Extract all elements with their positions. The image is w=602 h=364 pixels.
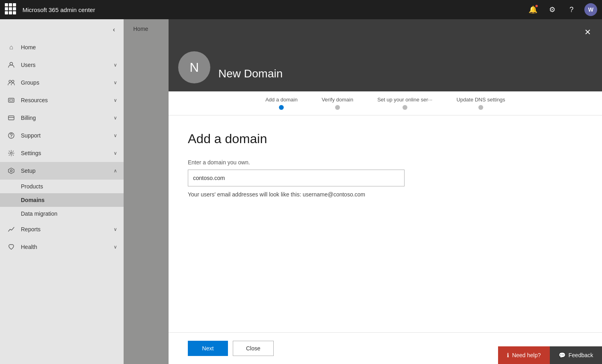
reports-icon — [6, 224, 16, 234]
svg-point-2 — [12, 80, 14, 83]
stepper-step-update-dns[interactable]: Update DNS settings — [456, 97, 505, 110]
stepper-dot-setup-online — [403, 105, 407, 110]
sidebar-item-home[interactable]: ⌂ Home — [0, 38, 124, 56]
help-icon[interactable]: ? — [565, 3, 578, 16]
sidebar: ‹ ⌂ Home Users ∨ Groups ∨ — [0, 19, 124, 364]
stepper-step-setup-online[interactable]: Set up your online ser··· — [377, 97, 432, 110]
main-layout: ‹ ⌂ Home Users ∨ Groups ∨ — [0, 19, 602, 364]
setup-icon — [6, 166, 16, 176]
sidebar-sub-item-domains[interactable]: Domains — [0, 193, 124, 207]
sidebar-item-setup[interactable]: Setup ∧ — [0, 162, 124, 180]
sidebar-collapse-button[interactable]: ‹ — [108, 24, 120, 35]
need-help-button[interactable]: ℹ Need help? — [498, 346, 550, 364]
need-help-icon: ℹ — [507, 352, 509, 358]
modal-body: Add a domain Enter a domain you own. You… — [169, 115, 602, 332]
groups-icon — [6, 78, 16, 87]
svg-point-1 — [9, 80, 11, 83]
modal-avatar: N — [178, 51, 210, 83]
avatar[interactable]: W — [584, 3, 597, 16]
settings-icon[interactable]: ⚙ — [546, 3, 559, 16]
notification-icon[interactable]: 🔔 — [527, 3, 539, 16]
sidebar-item-health[interactable]: Health ∨ — [0, 238, 124, 256]
billing-chevron-icon: ∨ — [114, 115, 117, 121]
sidebar-item-reports[interactable]: Reports ∨ — [0, 220, 124, 238]
settings-chevron-icon: ∨ — [114, 150, 117, 156]
content-area: Home ✕ N New Domain Add a domain — [124, 19, 602, 364]
waffle-icon[interactable] — [5, 3, 18, 16]
home-icon: ⌂ — [6, 42, 16, 52]
groups-chevron-icon: ∨ — [114, 80, 117, 85]
sidebar-sub-item-products[interactable]: Products — [0, 180, 124, 193]
users-chevron-icon: ∨ — [114, 62, 117, 68]
feedback-icon: 💬 — [559, 352, 565, 358]
stepper: Add a domain Verify domain Set up your o… — [169, 91, 602, 115]
setup-chevron-icon: ∧ — [114, 168, 117, 174]
modal-header: ✕ N New Domain — [169, 19, 602, 91]
svg-rect-3 — [8, 98, 14, 102]
billing-icon — [6, 113, 16, 123]
svg-rect-5 — [8, 116, 14, 120]
resources-icon — [6, 95, 16, 105]
app-title: Microsoft 365 admin center — [22, 6, 527, 13]
sidebar-item-resources[interactable]: Resources ∨ — [0, 91, 124, 109]
topbar: Microsoft 365 admin center 🔔 ⚙ ? W — [0, 0, 602, 19]
setup-sub-menu: Products Domains Data migration — [0, 180, 124, 220]
modal-section-title: Add a domain — [188, 131, 583, 146]
modal-close-button[interactable]: ✕ — [581, 26, 594, 38]
support-chevron-icon: ∨ — [114, 133, 117, 138]
settings-nav-icon — [6, 148, 16, 158]
stepper-dot-update-dns — [478, 105, 483, 110]
reports-chevron-icon: ∨ — [114, 226, 117, 232]
svg-point-9 — [10, 152, 12, 154]
stepper-step-verify-domain[interactable]: Verify domain — [321, 97, 353, 110]
sidebar-item-groups[interactable]: Groups ∨ — [0, 74, 124, 91]
stepper-dot-verify-domain — [335, 105, 340, 110]
sidebar-nav: ⌂ Home Users ∨ Groups ∨ — [0, 35, 124, 259]
modal-title: New Domain — [218, 67, 283, 80]
modal-panel: ✕ N New Domain Add a domain Verify domai… — [169, 19, 602, 364]
topbar-actions: 🔔 ⚙ ? W — [527, 3, 597, 16]
health-chevron-icon: ∨ — [114, 244, 117, 250]
close-button[interactable]: Close — [233, 341, 274, 356]
users-icon — [6, 60, 16, 70]
sidebar-item-settings[interactable]: Settings ∨ — [0, 144, 124, 162]
feedback-button[interactable]: 💬 Feedback — [550, 346, 602, 364]
svg-point-8 — [11, 137, 11, 137]
stepper-dot-add-domain — [279, 105, 284, 110]
input-label: Enter a domain you own. — [188, 159, 583, 166]
stepper-step-add-domain[interactable]: Add a domain — [265, 97, 297, 110]
resources-chevron-icon: ∨ — [114, 97, 117, 103]
email-preview: Your users' email addresses will look li… — [188, 191, 583, 198]
next-button[interactable]: Next — [188, 341, 228, 356]
health-icon — [6, 242, 16, 252]
sidebar-item-support[interactable]: Support ∨ — [0, 127, 124, 144]
svg-point-10 — [10, 170, 12, 172]
support-icon — [6, 131, 16, 140]
sidebar-sub-item-data-migration[interactable]: Data migration — [0, 207, 124, 220]
sidebar-item-users[interactable]: Users ∨ — [0, 56, 124, 74]
svg-rect-4 — [10, 99, 13, 101]
bottom-bar: ℹ Need help? 💬 Feedback — [498, 346, 602, 364]
sidebar-item-billing[interactable]: Billing ∨ — [0, 109, 124, 127]
domain-input[interactable] — [188, 170, 405, 186]
